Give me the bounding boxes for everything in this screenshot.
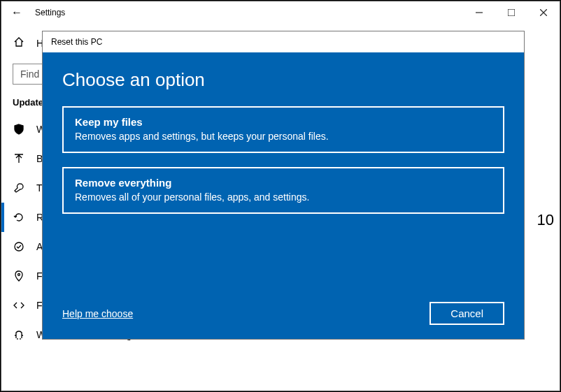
close-button[interactable] — [527, 1, 560, 24]
option-description: Removes all of your personal files, apps… — [75, 191, 492, 203]
help-me-choose-link[interactable]: Help me choose — [62, 308, 133, 319]
check-circle-icon — [13, 240, 25, 253]
svg-rect-1 — [508, 9, 515, 16]
option-title: Keep my files — [75, 116, 492, 128]
code-icon — [13, 299, 25, 312]
dialog-heading: Choose an option — [62, 69, 504, 91]
cancel-button[interactable]: Cancel — [429, 302, 504, 325]
option-keep-my-files[interactable]: Keep my files Removes apps and settings,… — [62, 106, 504, 153]
dialog-title: Reset this PC — [43, 31, 524, 52]
insider-icon — [13, 328, 25, 341]
option-title: Remove everything — [75, 177, 492, 189]
location-icon — [13, 270, 25, 282]
recovery-icon — [13, 211, 25, 224]
wrench-icon — [13, 182, 25, 194]
back-button[interactable]: ← — [7, 6, 27, 19]
maximize-button[interactable] — [495, 1, 527, 24]
option-description: Removes apps and settings, but keeps you… — [75, 131, 492, 142]
option-remove-everything[interactable]: Remove everything Removes all of your pe… — [62, 167, 504, 214]
svg-point-4 — [15, 242, 23, 251]
svg-point-5 — [18, 274, 20, 276]
reset-pc-dialog: Reset this PC Choose an option Keep my f… — [42, 31, 525, 340]
shield-icon — [13, 123, 25, 136]
window-title: Settings — [27, 8, 65, 17]
partial-text: 10 — [537, 211, 554, 229]
minimize-button[interactable] — [463, 1, 495, 24]
home-icon — [13, 36, 25, 50]
titlebar: ← Settings — [1, 1, 560, 24]
upload-icon — [13, 152, 25, 165]
